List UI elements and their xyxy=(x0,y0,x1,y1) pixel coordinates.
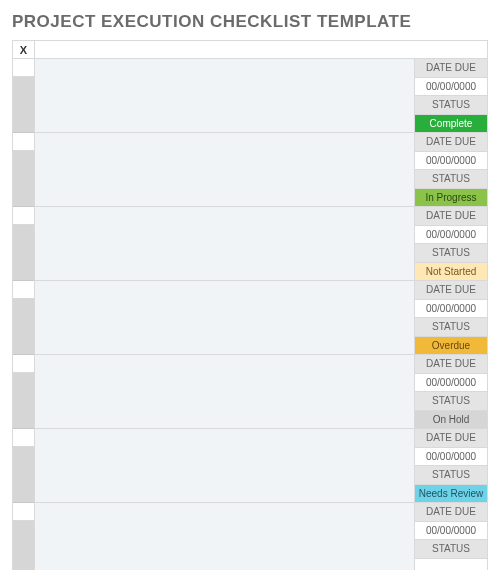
task-content-area[interactable] xyxy=(35,503,415,570)
meta-column: DATE DUE00/00/0000STATUSIn Progress xyxy=(415,133,487,207)
date-due-value[interactable]: 00/00/0000 xyxy=(415,522,487,541)
meta-column: DATE DUE00/00/0000STATUSOn Hold xyxy=(415,355,487,429)
date-due-label: DATE DUE xyxy=(415,355,487,374)
task-content-area[interactable] xyxy=(35,133,415,207)
checkbox[interactable] xyxy=(13,429,34,447)
row-side xyxy=(13,225,34,281)
header-row: X xyxy=(13,41,487,59)
table-row: DATE DUE00/00/0000STATUSComplete xyxy=(13,59,487,133)
date-due-value[interactable]: 00/00/0000 xyxy=(415,448,487,467)
task-content-area[interactable] xyxy=(35,429,415,503)
page-title: PROJECT EXECUTION CHECKLIST TEMPLATE xyxy=(12,12,488,32)
status-label: STATUS xyxy=(415,318,487,337)
status-value[interactable]: On Hold xyxy=(415,411,487,430)
checkbox[interactable] xyxy=(13,133,34,151)
status-value[interactable]: Not Started xyxy=(415,263,487,282)
checkbox[interactable] xyxy=(13,207,34,225)
meta-column: DATE DUE00/00/0000STATUSComplete xyxy=(415,59,487,133)
meta-column: DATE DUE00/00/0000STATUSOverdue xyxy=(415,281,487,355)
status-label: STATUS xyxy=(415,96,487,115)
date-due-label: DATE DUE xyxy=(415,281,487,300)
date-due-value[interactable]: 00/00/0000 xyxy=(415,152,487,171)
checklist-grid: X DATE DUE00/00/0000STATUSCompleteDATE D… xyxy=(12,40,488,570)
table-row: DATE DUE00/00/0000STATUSOverdue xyxy=(13,281,487,355)
table-row: DATE DUE00/00/0000STATUSNeeds Review xyxy=(13,429,487,503)
status-label: STATUS xyxy=(415,244,487,263)
table-row: DATE DUE00/00/0000STATUS xyxy=(13,503,487,570)
checkbox[interactable] xyxy=(13,59,34,77)
checkbox[interactable] xyxy=(13,281,34,299)
status-value[interactable]: In Progress xyxy=(415,189,487,208)
table-row: DATE DUE00/00/0000STATUSOn Hold xyxy=(13,355,487,429)
meta-column: DATE DUE00/00/0000STATUSNot Started xyxy=(415,207,487,281)
task-content-area[interactable] xyxy=(35,59,415,133)
status-label: STATUS xyxy=(415,170,487,189)
table-row: DATE DUE00/00/0000STATUSNot Started xyxy=(13,207,487,281)
row-side xyxy=(13,299,34,355)
date-due-value[interactable]: 00/00/0000 xyxy=(415,374,487,393)
status-label: STATUS xyxy=(415,466,487,485)
row-side xyxy=(13,151,34,207)
meta-column: DATE DUE00/00/0000STATUSNeeds Review xyxy=(415,429,487,503)
task-content-area[interactable] xyxy=(35,355,415,429)
date-due-value[interactable]: 00/00/0000 xyxy=(415,78,487,97)
row-side xyxy=(13,521,34,570)
status-label: STATUS xyxy=(415,392,487,411)
header-spacer xyxy=(35,41,487,59)
status-value[interactable]: Needs Review xyxy=(415,485,487,504)
date-due-label: DATE DUE xyxy=(415,207,487,226)
status-label: STATUS xyxy=(415,540,487,559)
table-row: DATE DUE00/00/0000STATUSIn Progress xyxy=(13,133,487,207)
status-value[interactable] xyxy=(415,559,487,571)
row-side xyxy=(13,373,34,429)
task-content-area[interactable] xyxy=(35,207,415,281)
date-due-label: DATE DUE xyxy=(415,133,487,152)
check-column-header: X xyxy=(13,41,35,59)
date-due-label: DATE DUE xyxy=(415,503,487,522)
checkbox[interactable] xyxy=(13,503,34,521)
date-due-label: DATE DUE xyxy=(415,429,487,448)
date-due-value[interactable]: 00/00/0000 xyxy=(415,300,487,319)
status-value[interactable]: Overdue xyxy=(415,337,487,356)
meta-column: DATE DUE00/00/0000STATUS xyxy=(415,503,487,570)
date-due-label: DATE DUE xyxy=(415,59,487,78)
row-side xyxy=(13,77,34,133)
checkbox[interactable] xyxy=(13,355,34,373)
date-due-value[interactable]: 00/00/0000 xyxy=(415,226,487,245)
status-value[interactable]: Complete xyxy=(415,115,487,134)
row-side xyxy=(13,447,34,503)
task-content-area[interactable] xyxy=(35,281,415,355)
